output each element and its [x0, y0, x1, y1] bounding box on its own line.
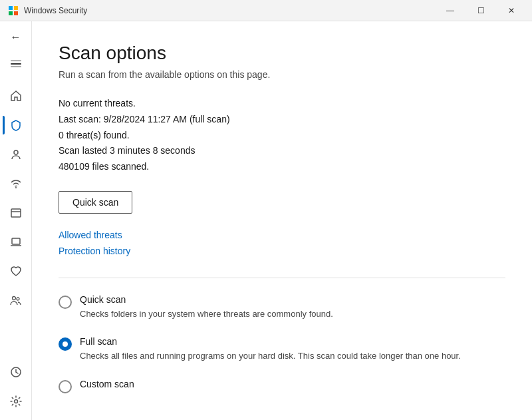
- maximize-button[interactable]: ☐: [466, 0, 496, 21]
- svg-point-10: [17, 298, 19, 300]
- sidebar-item-health[interactable]: [3, 258, 29, 285]
- quick-scan-text: Quick scan Checks folders in your system…: [80, 294, 333, 321]
- sidebar-item-home[interactable]: [3, 83, 29, 109]
- app-icon: [8, 5, 19, 16]
- menu-button[interactable]: [3, 53, 29, 75]
- window-icon: [10, 207, 22, 219]
- quick-scan-radio[interactable]: [59, 296, 72, 309]
- files-scanned-text: 480109 files scanned.: [59, 159, 505, 175]
- custom-scan-text: Custom scan: [80, 379, 134, 392]
- custom-scan-radio[interactable]: [59, 380, 72, 393]
- window-title: Windows Security: [24, 6, 87, 15]
- svg-rect-2: [9, 11, 13, 15]
- sidebar-item-laptop[interactable]: [3, 229, 29, 256]
- links-section: Allowed threats Protection history: [59, 230, 505, 256]
- svg-point-12: [14, 400, 17, 403]
- full-scan-desc: Checks all files and running programs on…: [80, 349, 461, 363]
- title-bar-left: Windows Security: [8, 5, 87, 16]
- page-title: Scan options: [59, 43, 505, 64]
- quick-scan-button[interactable]: Quick scan: [59, 191, 132, 214]
- gear-icon: [10, 395, 22, 407]
- svg-rect-3: [14, 11, 18, 15]
- threats-found-text: 0 threat(s) found.: [59, 128, 505, 144]
- svg-rect-0: [9, 6, 13, 10]
- last-scan-text: Last scan: 9/28/2024 11:27 AM (full scan…: [59, 112, 505, 128]
- back-button[interactable]: ←: [3, 27, 29, 48]
- history-icon: [10, 366, 22, 378]
- full-scan-text: Full scan Checks all files and running p…: [80, 336, 461, 363]
- scan-info: No current threats. Last scan: 9/28/2024…: [59, 96, 505, 175]
- laptop-icon: [10, 236, 22, 248]
- sidebar-item-window[interactable]: [3, 200, 29, 226]
- sidebar-item-settings[interactable]: [3, 388, 29, 415]
- full-scan-label: Full scan: [80, 336, 461, 347]
- quick-scan-desc: Checks folders in your system where thre…: [80, 308, 333, 321]
- svg-rect-1: [14, 6, 18, 10]
- svg-rect-6: [11, 209, 21, 217]
- protection-history-link[interactable]: Protection history: [59, 246, 505, 256]
- sidebar-item-account[interactable]: [3, 141, 29, 168]
- health-icon: [10, 266, 22, 278]
- svg-point-9: [12, 297, 15, 300]
- svg-point-5: [15, 187, 17, 188]
- sidebar: ←: [0, 21, 32, 420]
- svg-point-4: [14, 150, 18, 154]
- account-icon: [10, 148, 22, 160]
- no-threats-text: No current threats.: [59, 96, 505, 112]
- title-bar: Windows Security — ☐ ✕: [0, 0, 532, 21]
- hamburger-icon: [11, 61, 21, 68]
- sidebar-item-shield[interactable]: [3, 112, 29, 138]
- sidebar-item-wifi[interactable]: [3, 170, 29, 197]
- shield-icon: [10, 119, 22, 131]
- app-body: ←: [0, 21, 532, 420]
- page-subtitle: Run a scan from the available options on…: [59, 69, 505, 80]
- quick-scan-label: Quick scan: [80, 294, 333, 305]
- custom-scan-label: Custom scan: [80, 379, 134, 389]
- quick-scan-option[interactable]: Quick scan Checks folders in your system…: [59, 294, 505, 321]
- allowed-threats-link[interactable]: Allowed threats: [59, 230, 505, 240]
- full-scan-radio[interactable]: [59, 337, 72, 351]
- minimize-button[interactable]: —: [435, 0, 466, 21]
- divider: [59, 278, 505, 278]
- close-button[interactable]: ✕: [496, 0, 527, 21]
- radio-inner-dot: [63, 341, 68, 347]
- family-icon: [10, 295, 22, 307]
- svg-rect-8: [12, 238, 20, 244]
- scan-duration-text: Scan lasted 3 minutes 8 seconds: [59, 143, 505, 159]
- full-scan-option[interactable]: Full scan Checks all files and running p…: [59, 336, 505, 363]
- home-icon: [10, 90, 22, 102]
- wifi-icon: [10, 178, 22, 190]
- title-bar-controls: — ☐ ✕: [435, 0, 527, 21]
- sidebar-item-family[interactable]: [3, 288, 29, 314]
- custom-scan-option[interactable]: Custom scan: [59, 379, 505, 393]
- content-area: Scan options Run a scan from the availab…: [32, 21, 532, 420]
- sidebar-item-history[interactable]: [3, 359, 29, 385]
- sidebar-bottom: [3, 359, 29, 415]
